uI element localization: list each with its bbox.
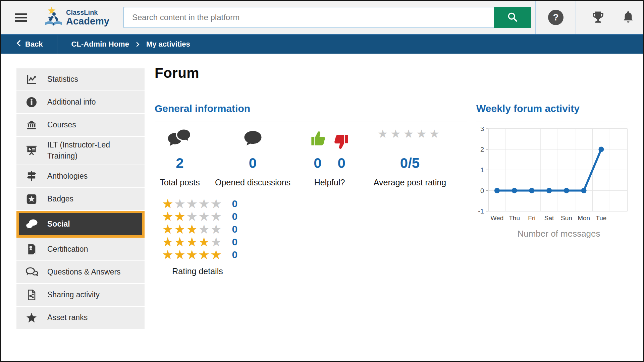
main-panel: Forum General information 2Total posts0O… [155, 54, 629, 285]
sidebar-item-courses[interactable]: Courses [16, 114, 145, 136]
stat-value: 0/5 [400, 156, 420, 170]
svg-text:Sun: Sun [561, 215, 572, 222]
stat-total-posts: 2Total posts [155, 128, 205, 187]
chat-bubbles-icon [25, 218, 38, 231]
sidebar-item-label: Social [47, 219, 70, 230]
back-button[interactable]: Back [1, 35, 57, 54]
logo-line2: Academy [66, 16, 109, 26]
trophy-icon[interactable] [591, 10, 605, 24]
sidebar-item-label: Additional info [47, 97, 96, 108]
header-divider [576, 1, 576, 34]
breadcrumb-item-home[interactable]: CL-Admin Home [71, 40, 129, 49]
rating-row-3-star: ★★★★★0 [162, 223, 467, 236]
logo-line1: ClassLink [66, 9, 109, 16]
presentation-icon [25, 144, 38, 157]
search-input[interactable] [123, 7, 494, 28]
breadcrumb-bar: Back CL-Admin Home My activities [1, 34, 643, 54]
svg-text:0: 0 [480, 187, 484, 194]
thumb-up-icon [310, 130, 327, 152]
thumb-down-icon [332, 133, 350, 152]
certificate-icon [25, 243, 38, 256]
search-bar [123, 7, 531, 28]
svg-text:2: 2 [480, 146, 484, 153]
svg-text:Sat: Sat [544, 215, 554, 222]
sidebar-item-certification[interactable]: Certification [16, 238, 145, 260]
rating-row-5-star: ★★★★★0 [162, 248, 467, 261]
sidebar-item-social[interactable]: Social [16, 211, 145, 238]
svg-text:Thu: Thu [509, 215, 520, 222]
rating-count: 0 [232, 211, 237, 222]
sidebar-item-label: Anthologies [47, 171, 88, 182]
stat-label: Helpful? [314, 178, 345, 187]
rating-row-2-star: ★★★★★0 [162, 210, 467, 223]
sidebar-item-label: ILT (Instructor-Led Training) [47, 139, 141, 162]
chevron-left-icon [16, 40, 21, 49]
weekly-activity-line-chart: 3210-1WedThuFriSatSunMonTue [476, 127, 629, 225]
posts-bubbles-icon [166, 128, 193, 152]
svg-text:Tue: Tue [596, 215, 606, 222]
sidebar-item-anthologies[interactable]: Anthologies [16, 165, 145, 187]
sidebar-item-badges[interactable]: Badges [16, 188, 145, 210]
rating-row-1-star: ★★★★★0 [162, 197, 467, 210]
courses-icon [25, 119, 38, 131]
stat-value: 2 [176, 156, 183, 170]
svg-text:-1: -1 [478, 207, 484, 215]
rating-count: 0 [232, 224, 237, 235]
stat-label: Total posts [160, 178, 200, 187]
share-document-icon [25, 289, 38, 301]
top-header: ClassLink Academy ? [1, 1, 643, 34]
svg-text:3: 3 [480, 127, 484, 132]
search-button[interactable] [494, 7, 531, 28]
sidebar-item-label: Courses [47, 119, 76, 130]
hamburger-menu-icon[interactable] [15, 12, 27, 23]
sidebar-item-sharing-activity[interactable]: Sharing activity [16, 284, 145, 306]
stat-opened-discussions: 0Opened discussions [215, 128, 290, 187]
back-label: Back [25, 40, 43, 49]
breadcrumb-item-current: My activities [146, 40, 190, 49]
svg-text:1: 1 [480, 166, 484, 174]
stat-helpful: 00Helpful? [302, 128, 357, 187]
star-row-icons: ★★★★★ [162, 197, 222, 210]
divider [155, 285, 467, 285]
star-row-icons: ★★★★★ [162, 223, 222, 236]
sidebar-item-ilt-instructor-led-training[interactable]: ILT (Instructor-Led Training) [16, 137, 145, 165]
info-icon [25, 96, 38, 109]
badge-star-icon [25, 193, 38, 205]
app-window: ClassLink Academy ? [0, 0, 644, 362]
sidebar-item-label: Statistics [47, 74, 78, 85]
star-row-icons: ★★★★★ [162, 248, 222, 261]
discussion-bubble-icon [243, 130, 263, 149]
section-heading-general: General information [155, 96, 467, 121]
page-title: Forum [155, 65, 629, 81]
forum-stats: 2Total posts0Opened discussions00Helpful… [155, 128, 467, 187]
sidebar-item-label: Badges [47, 193, 73, 204]
logo-text: ClassLink Academy [66, 9, 109, 26]
classlink-logo-icon [45, 6, 63, 28]
search-icon [507, 11, 518, 24]
general-information-section: General information 2Total posts0Opened … [155, 96, 467, 285]
classlink-academy-logo[interactable]: ClassLink Academy [45, 6, 109, 28]
content-area: StatisticsAdditional infoCoursesILT (Ins… [1, 54, 643, 361]
star-icon [25, 311, 38, 324]
sidebar-item-statistics[interactable]: Statistics [16, 68, 145, 90]
sidebar-item-label: Asset ranks [47, 312, 88, 323]
sidebar: StatisticsAdditional infoCoursesILT (Ins… [16, 68, 145, 329]
stat-value: 0 [338, 156, 345, 170]
sidebar-item-additional-info[interactable]: Additional info [16, 91, 145, 113]
sidebar-item-asset-ranks[interactable]: Asset ranks [16, 307, 145, 329]
sidebar-item-label: Certification [47, 244, 88, 255]
signpost-icon [25, 170, 38, 183]
chevron-right-icon [136, 42, 140, 47]
help-icon[interactable]: ? [548, 10, 564, 25]
header-divider [535, 1, 536, 34]
sidebar-item-questions-answers[interactable]: Questions & Answers [16, 261, 145, 283]
weekly-activity-section: Weekly forum activity 3210-1WedThuFriSat… [476, 96, 629, 285]
divider [57, 35, 57, 54]
bell-icon[interactable] [622, 10, 635, 24]
weekly-activity-chart-box: 3210-1WedThuFriSatSunMonTue [476, 127, 629, 226]
rating-details: ★★★★★0★★★★★0★★★★★0★★★★★0★★★★★0Rating det… [162, 197, 467, 276]
chart-caption: Number of messages [476, 229, 629, 239]
svg-text:Fri: Fri [528, 215, 535, 222]
rating-stars-icon: ★★★★★ [378, 128, 442, 139]
rating-count: 0 [232, 198, 237, 209]
